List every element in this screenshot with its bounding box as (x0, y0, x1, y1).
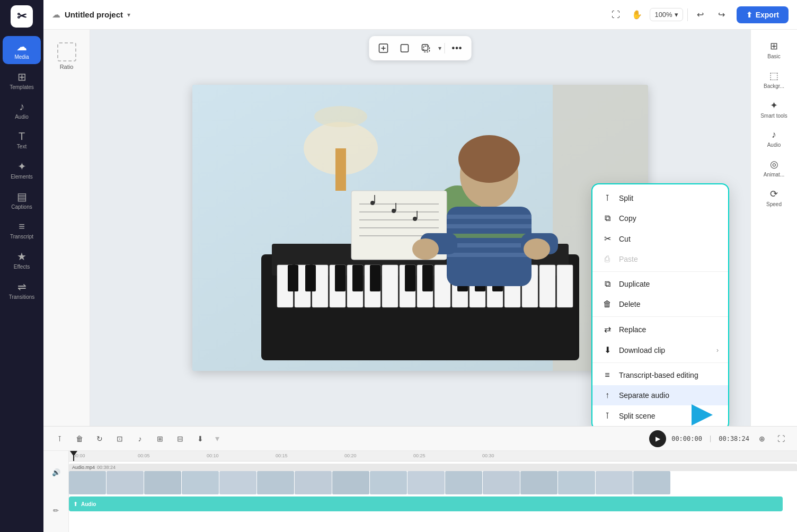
timeline-ruler: 00:00 00:05 00:10 00:15 00:20 00:25 00:3… (69, 451, 797, 462)
effects-icon: ★ (17, 250, 26, 263)
sidebar-item-captions[interactable]: ▤ Captions (3, 186, 41, 214)
redo-button[interactable]: ↪ (713, 6, 730, 23)
fullscreen-button[interactable]: ⛶ (774, 431, 789, 446)
right-panel-audio[interactable]: ♪ Audio (754, 125, 794, 152)
svg-point-49 (370, 201, 375, 205)
download-icon: ⬇ (602, 345, 613, 355)
sidebar-item-transcript[interactable]: ≡ Transcript (3, 216, 41, 244)
topbar-left: ☁ Untitled project ▾ (52, 10, 601, 20)
transcript-editing-label: Transcript-based editing (619, 371, 719, 379)
sidebar-item-label: Effects (14, 264, 30, 270)
add-frame-button[interactable] (375, 39, 393, 57)
topbar-tools: ⛶ ✋ 100% ▾ ↩ ↪ (607, 6, 730, 23)
svg-marker-67 (692, 404, 713, 425)
ratio-panel: Ratio (43, 30, 90, 426)
timeline-tracks: 00:00 00:05 00:10 00:15 00:20 00:25 00:3… (69, 451, 797, 532)
zoom-in-button[interactable]: ⊕ (755, 431, 769, 446)
undo-button[interactable]: ↩ (692, 6, 709, 23)
svg-rect-58 (447, 215, 532, 219)
track-volume-button[interactable]: 🔊 (49, 465, 64, 480)
timeline-toolbar: ⊺ 🗑 ↻ ⊡ ♪ ⊞ ⊟ ⬇ ▾ ▶ 00:00:00 | 00:38:24 … (43, 427, 797, 451)
download-timeline-button[interactable]: ⬇ (193, 431, 208, 446)
audio-track-icon: ⬆ (73, 501, 78, 508)
svg-rect-33 (288, 265, 298, 291)
video-duration-label: 00:38:24 (97, 465, 116, 470)
right-panel-speed[interactable]: ⟳ Speed (754, 184, 794, 211)
thumb-16 (633, 471, 670, 494)
download-clip-label: Download clip (619, 346, 710, 354)
context-menu-replace[interactable]: ⇄ Replace (592, 319, 728, 340)
sidebar-item-effects[interactable]: ★ Effects (3, 246, 41, 274)
context-menu-divider-2 (592, 316, 728, 317)
context-menu-download-clip[interactable]: ⬇ Download clip › (592, 340, 728, 360)
crop-button[interactable] (417, 39, 435, 57)
right-panel-animate[interactable]: ◎ Animat... (754, 154, 794, 182)
paste-icon: ⎙ (602, 254, 613, 264)
frame-button[interactable] (396, 39, 414, 57)
zoom-control[interactable]: 100% ▾ (650, 8, 683, 21)
scene-button[interactable]: ⊞ (153, 431, 167, 446)
sidebar-item-media[interactable]: ☁ Media (3, 36, 41, 64)
svg-rect-35 (335, 265, 346, 291)
playhead[interactable] (73, 451, 74, 461)
right-panel: ⊞ Basic ⬚ Backgr... ✦ Smart tools ♪ Audi… (750, 30, 797, 426)
ruler-mark-3: 00:15 (276, 453, 288, 458)
context-menu-copy[interactable]: ⧉ Copy (592, 208, 728, 228)
svg-rect-32 (557, 265, 573, 307)
sidebar-item-transitions[interactable]: ⇌ Transitions (3, 276, 41, 304)
right-audio-icon: ♪ (772, 129, 776, 140)
loop-button[interactable]: ↻ (92, 431, 107, 446)
templates-icon: ⊞ (17, 70, 26, 83)
replace-label: Replace (619, 325, 719, 334)
ratio-icon (57, 42, 76, 61)
hand-tool-button[interactable]: ✋ (628, 6, 645, 23)
ruler-mark-2: 00:10 (207, 453, 219, 458)
cursor-tool-button[interactable]: ⛶ (607, 6, 624, 23)
crop-dropdown-icon[interactable]: ▾ (438, 45, 441, 52)
svg-rect-61 (447, 243, 532, 247)
sidebar-item-elements[interactable]: ✦ Elements (3, 156, 41, 184)
panel-area: Ratio (43, 30, 797, 532)
context-menu-duplicate[interactable]: ⧉ Duplicate (592, 274, 728, 294)
thumb-10 (408, 471, 445, 494)
sidebar-item-label: Audio (15, 114, 29, 120)
title-dropdown-icon[interactable]: ▾ (127, 11, 130, 19)
play-button[interactable]: ▶ (649, 430, 666, 447)
video-content (192, 85, 648, 371)
sidebar-item-audio[interactable]: ♪ Audio (3, 96, 41, 124)
more-options-button[interactable]: ••• (448, 39, 466, 57)
video-track-container: Audio.mp4 00:38:24 (69, 464, 797, 494)
split-timeline-button[interactable]: ⊺ (52, 431, 67, 446)
ruler-mark-5: 00:25 (413, 453, 426, 458)
crop-timeline-button[interactable]: ⊡ (112, 431, 127, 446)
sidebar-item-templates[interactable]: ⊞ Templates (3, 66, 41, 94)
context-menu-split[interactable]: ⊺ Split (592, 188, 728, 208)
right-panel-background[interactable]: ⬚ Backgr... (754, 66, 794, 93)
ratio-item[interactable]: Ratio (48, 36, 86, 76)
right-panel-smart-tools[interactable]: ✦ Smart tools (754, 95, 794, 123)
thumb-1 (69, 471, 106, 494)
align-button[interactable]: ⊟ (173, 431, 188, 446)
transitions-icon: ⇌ (17, 280, 26, 293)
playhead-triangle (70, 451, 77, 456)
export-icon: ⬆ (746, 11, 752, 19)
svg-rect-9 (335, 148, 346, 191)
background-label: Backgr... (764, 83, 784, 89)
export-button[interactable]: ⬆ Export (737, 6, 789, 23)
track-edit-button[interactable]: ✏ (49, 503, 64, 518)
svg-point-56 (458, 135, 520, 183)
sidebar-item-text[interactable]: T Text (3, 126, 41, 154)
ruler-mark-6: 00:30 (482, 453, 494, 458)
smart-tools-label: Smart tools (760, 113, 787, 119)
video-toolbar: ▾ ••• (369, 36, 472, 60)
delete-timeline-button[interactable]: 🗑 (72, 431, 87, 446)
context-menu-transcript-editing[interactable]: ≡ Transcript-based editing (592, 365, 728, 385)
context-menu-cut[interactable]: ✂ Cut (592, 228, 728, 249)
context-menu-paste: ⎙ Paste (592, 249, 728, 269)
svg-rect-37 (370, 265, 380, 291)
topbar-right: ⬆ Export (737, 6, 789, 23)
svg-rect-22 (382, 265, 398, 307)
audio-sync-button[interactable]: ♪ (132, 431, 147, 446)
right-panel-basic[interactable]: ⊞ Basic (754, 36, 794, 64)
context-menu-delete[interactable]: 🗑 Delete (592, 294, 728, 314)
